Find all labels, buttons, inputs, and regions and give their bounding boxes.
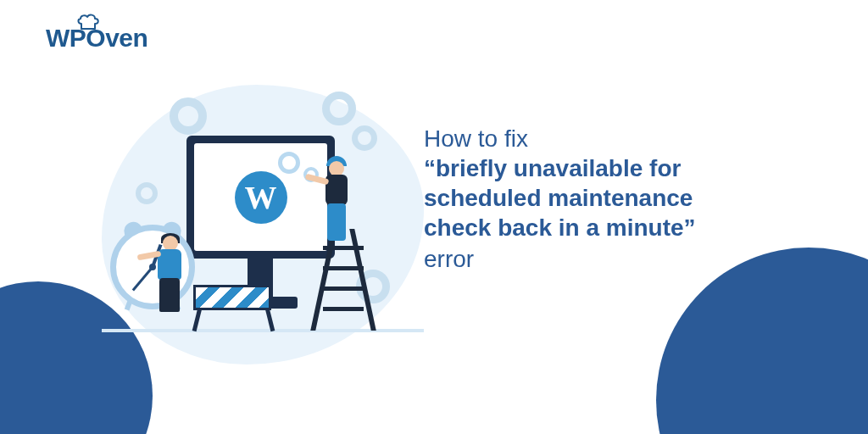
monitor-icon: W (186, 136, 335, 259)
ladder-step (323, 246, 364, 250)
wordpress-icon: W (235, 171, 287, 224)
gear-icon (322, 92, 356, 125)
person-torso (326, 175, 348, 205)
person-legs (159, 278, 180, 312)
title-line-4: check back in a minute” (424, 213, 822, 242)
maintenance-illustration: W (102, 85, 424, 373)
ladder-step (323, 266, 364, 270)
logo-text-part2: O (86, 24, 105, 52)
barrier-icon (193, 285, 271, 310)
wordpress-logo-letter: W (245, 179, 277, 216)
decorative-blob-bottom-right (656, 248, 868, 434)
logo-text-part1: WP (46, 24, 86, 52)
person-left (153, 236, 186, 312)
ladder-step (323, 287, 364, 291)
gear-icon (136, 182, 158, 204)
logo-text-part3: ven (105, 24, 147, 52)
gear-icon (170, 97, 207, 135)
logo-text: WPOven (46, 24, 147, 53)
person-right (319, 161, 356, 246)
article-title: How to fix “briefly unavailable for sche… (424, 124, 822, 274)
title-line-2: “briefly unavailable for (424, 153, 822, 183)
title-line-3: scheduled maintenance (424, 183, 822, 213)
title-line-5: error (424, 244, 822, 274)
monitor-screen: W (194, 143, 327, 251)
ladder-step (323, 307, 364, 311)
gear-icon (278, 152, 300, 174)
gear-icon (352, 125, 377, 151)
title-line-1: How to fix (424, 124, 822, 153)
person-torso (158, 249, 181, 280)
person-legs (327, 203, 346, 241)
brand-logo: WPOven (46, 24, 147, 53)
